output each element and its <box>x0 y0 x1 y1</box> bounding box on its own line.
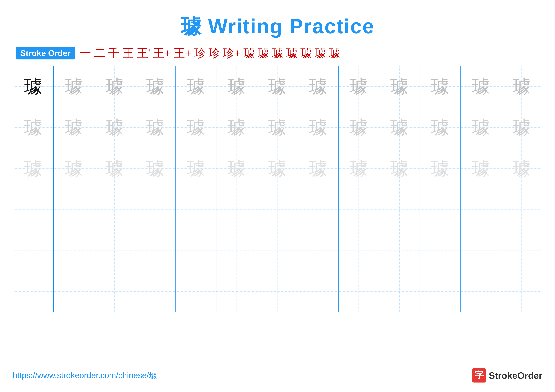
cell-5-8[interactable] <box>298 230 339 271</box>
cell-3-2[interactable]: 璩 <box>54 148 94 189</box>
cell-4-4[interactable] <box>135 189 176 230</box>
logo-icon-char: 字 <box>475 369 484 381</box>
cell-5-7[interactable] <box>257 230 298 271</box>
cell-3-6[interactable]: 璩 <box>216 148 257 189</box>
cell-5-11[interactable] <box>420 230 460 271</box>
char-light: 璩 <box>227 159 246 178</box>
cell-1-8[interactable]: 璩 <box>298 66 339 107</box>
cell-6-12[interactable] <box>460 271 501 312</box>
cell-6-7[interactable] <box>257 271 298 312</box>
cell-1-10[interactable]: 璩 <box>379 66 420 107</box>
cell-4-8[interactable] <box>298 189 339 230</box>
cell-4-10[interactable] <box>379 189 420 230</box>
cell-3-3[interactable]: 璩 <box>94 148 135 189</box>
cell-6-6[interactable] <box>216 271 257 312</box>
cell-6-10[interactable] <box>379 271 420 312</box>
char-light: 璩 <box>472 159 490 178</box>
cell-4-1[interactable] <box>13 189 54 230</box>
char-light: 璩 <box>472 77 490 95</box>
cell-5-4[interactable] <box>135 230 176 271</box>
logo-text: StrokeOrder <box>489 370 542 381</box>
cell-2-9[interactable]: 璩 <box>339 107 379 148</box>
cell-2-6[interactable]: 璩 <box>216 107 257 148</box>
cell-2-3[interactable]: 璩 <box>94 107 135 148</box>
page-title: 璩 Writing Practice <box>13 9 542 41</box>
grid-row-6 <box>13 271 542 312</box>
cell-3-10[interactable]: 璩 <box>379 148 420 189</box>
cell-5-3[interactable] <box>94 230 135 271</box>
cell-4-5[interactable] <box>176 189 216 230</box>
cell-1-11[interactable]: 璩 <box>420 66 460 107</box>
cell-5-10[interactable] <box>379 230 420 271</box>
cell-3-11[interactable]: 璩 <box>420 148 460 189</box>
stroke-order-badge: Stroke Order <box>16 47 75 59</box>
stroke-16: 璩 <box>315 47 326 59</box>
cell-5-2[interactable] <box>54 230 94 271</box>
cell-3-13[interactable]: 璩 <box>501 148 542 189</box>
cell-2-7[interactable]: 璩 <box>257 107 298 148</box>
cell-2-10[interactable]: 璩 <box>379 107 420 148</box>
cell-1-4[interactable]: 璩 <box>135 66 176 107</box>
cell-1-2[interactable]: 璩 <box>54 66 94 107</box>
cell-3-5[interactable]: 璩 <box>176 148 216 189</box>
cell-4-12[interactable] <box>460 189 501 230</box>
cell-2-4[interactable]: 璩 <box>135 107 176 148</box>
char-light: 璩 <box>513 77 531 95</box>
char-light: 璩 <box>390 159 409 178</box>
cell-5-9[interactable] <box>339 230 379 271</box>
cell-1-12[interactable]: 璩 <box>460 66 501 107</box>
cell-6-13[interactable] <box>501 271 542 312</box>
char-light: 璩 <box>187 77 205 95</box>
cell-2-12[interactable]: 璩 <box>460 107 501 148</box>
stroke-1: 一 <box>80 47 91 59</box>
cell-6-4[interactable] <box>135 271 176 312</box>
cell-6-1[interactable] <box>13 271 54 312</box>
footer-logo: 字 StrokeOrder <box>472 368 542 383</box>
cell-1-6[interactable]: 璩 <box>216 66 257 107</box>
cell-5-1[interactable] <box>13 230 54 271</box>
cell-1-5[interactable]: 璩 <box>176 66 216 107</box>
cell-3-4[interactable]: 璩 <box>135 148 176 189</box>
cell-6-8[interactable] <box>298 271 339 312</box>
stroke-17: 璩 <box>329 47 340 59</box>
cell-2-13[interactable]: 璩 <box>501 107 542 148</box>
cell-3-7[interactable]: 璩 <box>257 148 298 189</box>
cell-2-11[interactable]: 璩 <box>420 107 460 148</box>
cell-4-11[interactable] <box>420 189 460 230</box>
cell-4-9[interactable] <box>339 189 379 230</box>
cell-3-12[interactable]: 璩 <box>460 148 501 189</box>
char-light: 璩 <box>106 118 124 136</box>
cell-1-3[interactable]: 璩 <box>94 66 135 107</box>
cell-2-5[interactable]: 璩 <box>176 107 216 148</box>
stroke-6: 王+ <box>153 47 171 59</box>
char-light: 璩 <box>24 118 42 136</box>
cell-1-1[interactable]: 璩 <box>13 66 54 107</box>
cell-2-1[interactable]: 璩 <box>13 107 54 148</box>
cell-4-6[interactable] <box>216 189 257 230</box>
cell-6-2[interactable] <box>54 271 94 312</box>
cell-6-5[interactable] <box>176 271 216 312</box>
cell-4-2[interactable] <box>54 189 94 230</box>
cell-2-8[interactable]: 璩 <box>298 107 339 148</box>
cell-2-2[interactable]: 璩 <box>54 107 94 148</box>
stroke-2: 二 <box>94 47 105 59</box>
cell-4-13[interactable] <box>501 189 542 230</box>
cell-5-13[interactable] <box>501 230 542 271</box>
cell-1-9[interactable]: 璩 <box>339 66 379 107</box>
cell-6-11[interactable] <box>420 271 460 312</box>
cell-5-5[interactable] <box>176 230 216 271</box>
cell-1-7[interactable]: 璩 <box>257 66 298 107</box>
char-light: 璩 <box>146 77 164 95</box>
cell-5-12[interactable] <box>460 230 501 271</box>
cell-4-3[interactable] <box>94 189 135 230</box>
cell-3-9[interactable]: 璩 <box>339 148 379 189</box>
cell-5-6[interactable] <box>216 230 257 271</box>
char-light: 璩 <box>472 118 490 136</box>
cell-1-13[interactable]: 璩 <box>501 66 542 107</box>
cell-4-7[interactable] <box>257 189 298 230</box>
char-light: 璩 <box>65 77 83 95</box>
cell-3-8[interactable]: 璩 <box>298 148 339 189</box>
cell-6-3[interactable] <box>94 271 135 312</box>
cell-6-9[interactable] <box>339 271 379 312</box>
cell-3-1[interactable]: 璩 <box>13 148 54 189</box>
